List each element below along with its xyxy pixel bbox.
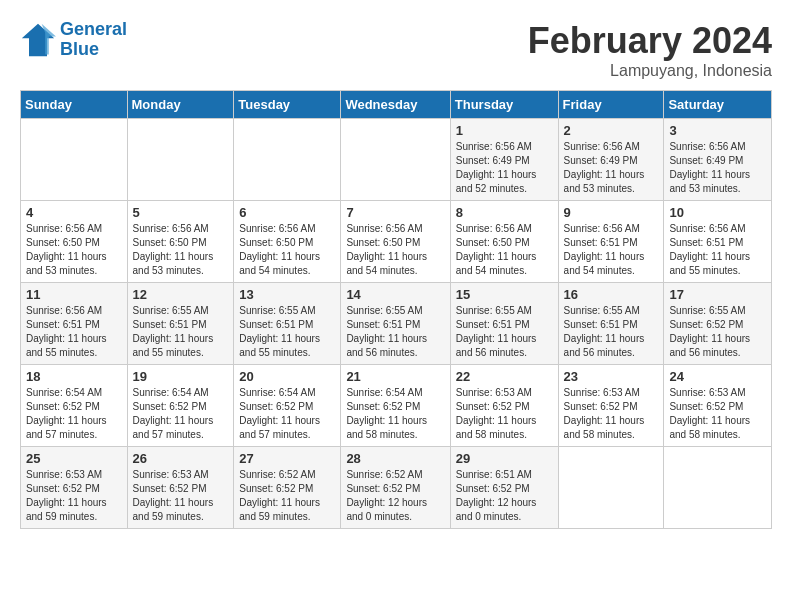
day-info: Sunrise: 6:53 AM Sunset: 6:52 PM Dayligh… xyxy=(133,468,229,524)
calendar-cell xyxy=(664,447,772,529)
day-number: 21 xyxy=(346,369,444,384)
day-info: Sunrise: 6:56 AM Sunset: 6:49 PM Dayligh… xyxy=(564,140,659,196)
calendar-cell: 14Sunrise: 6:55 AM Sunset: 6:51 PM Dayli… xyxy=(341,283,450,365)
logo: General Blue xyxy=(20,20,127,60)
column-header-wednesday: Wednesday xyxy=(341,91,450,119)
day-number: 5 xyxy=(133,205,229,220)
day-info: Sunrise: 6:56 AM Sunset: 6:49 PM Dayligh… xyxy=(456,140,553,196)
day-info: Sunrise: 6:53 AM Sunset: 6:52 PM Dayligh… xyxy=(456,386,553,442)
day-info: Sunrise: 6:56 AM Sunset: 6:51 PM Dayligh… xyxy=(564,222,659,278)
day-info: Sunrise: 6:56 AM Sunset: 6:50 PM Dayligh… xyxy=(133,222,229,278)
day-number: 16 xyxy=(564,287,659,302)
day-info: Sunrise: 6:55 AM Sunset: 6:51 PM Dayligh… xyxy=(456,304,553,360)
calendar-cell: 28Sunrise: 6:52 AM Sunset: 6:52 PM Dayli… xyxy=(341,447,450,529)
column-header-saturday: Saturday xyxy=(664,91,772,119)
calendar-table: SundayMondayTuesdayWednesdayThursdayFrid… xyxy=(20,90,772,529)
header: General Blue February 2024 Lampuyang, In… xyxy=(20,20,772,80)
day-info: Sunrise: 6:56 AM Sunset: 6:51 PM Dayligh… xyxy=(669,222,766,278)
calendar-week-row: 18Sunrise: 6:54 AM Sunset: 6:52 PM Dayli… xyxy=(21,365,772,447)
logo-text: General Blue xyxy=(60,20,127,60)
day-number: 25 xyxy=(26,451,122,466)
day-info: Sunrise: 6:55 AM Sunset: 6:51 PM Dayligh… xyxy=(564,304,659,360)
calendar-cell: 7Sunrise: 6:56 AM Sunset: 6:50 PM Daylig… xyxy=(341,201,450,283)
day-number: 8 xyxy=(456,205,553,220)
calendar-cell: 6Sunrise: 6:56 AM Sunset: 6:50 PM Daylig… xyxy=(234,201,341,283)
calendar-cell: 29Sunrise: 6:51 AM Sunset: 6:52 PM Dayli… xyxy=(450,447,558,529)
day-info: Sunrise: 6:56 AM Sunset: 6:49 PM Dayligh… xyxy=(669,140,766,196)
day-number: 29 xyxy=(456,451,553,466)
day-number: 11 xyxy=(26,287,122,302)
calendar-week-row: 11Sunrise: 6:56 AM Sunset: 6:51 PM Dayli… xyxy=(21,283,772,365)
day-info: Sunrise: 6:55 AM Sunset: 6:51 PM Dayligh… xyxy=(133,304,229,360)
calendar-cell: 16Sunrise: 6:55 AM Sunset: 6:51 PM Dayli… xyxy=(558,283,664,365)
day-number: 6 xyxy=(239,205,335,220)
day-number: 13 xyxy=(239,287,335,302)
calendar-cell: 12Sunrise: 6:55 AM Sunset: 6:51 PM Dayli… xyxy=(127,283,234,365)
day-number: 26 xyxy=(133,451,229,466)
day-info: Sunrise: 6:53 AM Sunset: 6:52 PM Dayligh… xyxy=(26,468,122,524)
calendar-cell xyxy=(234,119,341,201)
calendar-cell xyxy=(341,119,450,201)
day-number: 19 xyxy=(133,369,229,384)
day-number: 22 xyxy=(456,369,553,384)
calendar-cell: 2Sunrise: 6:56 AM Sunset: 6:49 PM Daylig… xyxy=(558,119,664,201)
day-number: 10 xyxy=(669,205,766,220)
calendar-cell xyxy=(127,119,234,201)
calendar-cell: 25Sunrise: 6:53 AM Sunset: 6:52 PM Dayli… xyxy=(21,447,128,529)
calendar-cell: 11Sunrise: 6:56 AM Sunset: 6:51 PM Dayli… xyxy=(21,283,128,365)
day-number: 4 xyxy=(26,205,122,220)
calendar-cell: 10Sunrise: 6:56 AM Sunset: 6:51 PM Dayli… xyxy=(664,201,772,283)
calendar-cell: 23Sunrise: 6:53 AM Sunset: 6:52 PM Dayli… xyxy=(558,365,664,447)
calendar-cell: 15Sunrise: 6:55 AM Sunset: 6:51 PM Dayli… xyxy=(450,283,558,365)
day-info: Sunrise: 6:55 AM Sunset: 6:51 PM Dayligh… xyxy=(346,304,444,360)
day-info: Sunrise: 6:51 AM Sunset: 6:52 PM Dayligh… xyxy=(456,468,553,524)
calendar-body: 1Sunrise: 6:56 AM Sunset: 6:49 PM Daylig… xyxy=(21,119,772,529)
calendar-cell xyxy=(558,447,664,529)
day-info: Sunrise: 6:54 AM Sunset: 6:52 PM Dayligh… xyxy=(239,386,335,442)
calendar-cell: 1Sunrise: 6:56 AM Sunset: 6:49 PM Daylig… xyxy=(450,119,558,201)
day-info: Sunrise: 6:56 AM Sunset: 6:50 PM Dayligh… xyxy=(26,222,122,278)
day-info: Sunrise: 6:53 AM Sunset: 6:52 PM Dayligh… xyxy=(564,386,659,442)
calendar-cell: 13Sunrise: 6:55 AM Sunset: 6:51 PM Dayli… xyxy=(234,283,341,365)
calendar-cell: 22Sunrise: 6:53 AM Sunset: 6:52 PM Dayli… xyxy=(450,365,558,447)
calendar-header-row: SundayMondayTuesdayWednesdayThursdayFrid… xyxy=(21,91,772,119)
logo-icon xyxy=(20,22,56,58)
day-number: 20 xyxy=(239,369,335,384)
day-number: 3 xyxy=(669,123,766,138)
calendar-cell: 9Sunrise: 6:56 AM Sunset: 6:51 PM Daylig… xyxy=(558,201,664,283)
day-info: Sunrise: 6:54 AM Sunset: 6:52 PM Dayligh… xyxy=(26,386,122,442)
svg-marker-0 xyxy=(22,24,54,56)
calendar-cell: 4Sunrise: 6:56 AM Sunset: 6:50 PM Daylig… xyxy=(21,201,128,283)
calendar-cell: 27Sunrise: 6:52 AM Sunset: 6:52 PM Dayli… xyxy=(234,447,341,529)
column-header-sunday: Sunday xyxy=(21,91,128,119)
day-info: Sunrise: 6:52 AM Sunset: 6:52 PM Dayligh… xyxy=(346,468,444,524)
day-number: 7 xyxy=(346,205,444,220)
day-info: Sunrise: 6:56 AM Sunset: 6:51 PM Dayligh… xyxy=(26,304,122,360)
day-info: Sunrise: 6:54 AM Sunset: 6:52 PM Dayligh… xyxy=(133,386,229,442)
day-info: Sunrise: 6:53 AM Sunset: 6:52 PM Dayligh… xyxy=(669,386,766,442)
day-info: Sunrise: 6:56 AM Sunset: 6:50 PM Dayligh… xyxy=(239,222,335,278)
calendar-cell: 21Sunrise: 6:54 AM Sunset: 6:52 PM Dayli… xyxy=(341,365,450,447)
column-header-tuesday: Tuesday xyxy=(234,91,341,119)
day-info: Sunrise: 6:56 AM Sunset: 6:50 PM Dayligh… xyxy=(346,222,444,278)
day-number: 2 xyxy=(564,123,659,138)
day-info: Sunrise: 6:55 AM Sunset: 6:51 PM Dayligh… xyxy=(239,304,335,360)
day-number: 18 xyxy=(26,369,122,384)
day-number: 17 xyxy=(669,287,766,302)
calendar-cell: 17Sunrise: 6:55 AM Sunset: 6:52 PM Dayli… xyxy=(664,283,772,365)
column-header-thursday: Thursday xyxy=(450,91,558,119)
day-number: 12 xyxy=(133,287,229,302)
day-number: 27 xyxy=(239,451,335,466)
calendar-cell: 18Sunrise: 6:54 AM Sunset: 6:52 PM Dayli… xyxy=(21,365,128,447)
day-info: Sunrise: 6:52 AM Sunset: 6:52 PM Dayligh… xyxy=(239,468,335,524)
day-number: 15 xyxy=(456,287,553,302)
day-number: 28 xyxy=(346,451,444,466)
day-info: Sunrise: 6:54 AM Sunset: 6:52 PM Dayligh… xyxy=(346,386,444,442)
calendar-week-row: 4Sunrise: 6:56 AM Sunset: 6:50 PM Daylig… xyxy=(21,201,772,283)
day-number: 1 xyxy=(456,123,553,138)
calendar-cell: 26Sunrise: 6:53 AM Sunset: 6:52 PM Dayli… xyxy=(127,447,234,529)
column-header-monday: Monday xyxy=(127,91,234,119)
calendar-week-row: 25Sunrise: 6:53 AM Sunset: 6:52 PM Dayli… xyxy=(21,447,772,529)
day-number: 24 xyxy=(669,369,766,384)
calendar-cell: 20Sunrise: 6:54 AM Sunset: 6:52 PM Dayli… xyxy=(234,365,341,447)
